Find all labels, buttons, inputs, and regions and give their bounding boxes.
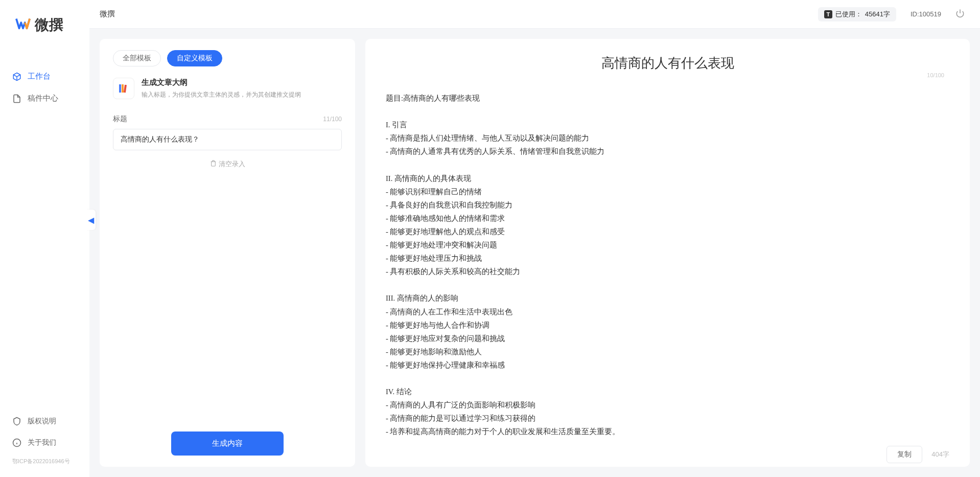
cube-icon [12, 72, 22, 81]
chevron-left-icon: ◀ [88, 215, 94, 225]
nav-label: 工作台 [28, 72, 51, 81]
brand-text: 微撰 [35, 15, 63, 35]
copy-button[interactable]: 复制 [886, 446, 922, 463]
nav-label: 关于我们 [28, 438, 56, 447]
result-body: 题目:高情商的人有哪些表现 I. 引言 - 高情商是指人们处理情绪、与他人互动以… [386, 92, 949, 438]
sidebar-bottom: 版权说明 关于我们 鄂ICP备2022016946号 [0, 411, 89, 469]
power-button[interactable] [955, 9, 965, 20]
user-id: ID:100519 [911, 10, 941, 18]
info-icon [12, 438, 22, 447]
usage-value: 45641字 [865, 10, 890, 19]
generate-button[interactable]: 生成内容 [171, 431, 284, 456]
sidebar: 微撰 工作台 稿件中心 版权说明 [0, 0, 89, 477]
nav-label: 稿件中心 [28, 94, 58, 103]
nav-label: 版权说明 [28, 417, 56, 426]
tab-custom-templates[interactable]: 自定义模板 [167, 50, 222, 66]
shield-icon [12, 417, 22, 426]
topbar: 微撰 T 已使用： 45641字 ID:100519 [89, 0, 980, 29]
svg-rect-5 [122, 84, 124, 93]
input-char-count: 11/100 [323, 116, 342, 123]
svg-rect-6 [124, 85, 127, 93]
title-input[interactable] [113, 129, 342, 150]
icp-text: 鄂ICP备2022016946号 [0, 453, 89, 469]
input-panel: 全部模板 自定义模板 生成文章大纲 输入标题，为你提供文章主体的灵感，并为其创建… [100, 39, 355, 467]
template-title: 生成文章大纲 [142, 78, 301, 87]
nav-workbench[interactable]: 工作台 [0, 65, 89, 87]
template-card: 生成文章大纲 输入标题，为你提供文章主体的灵感，并为其创建推文提纲 [113, 78, 342, 99]
clear-input-button[interactable]: 清空录入 [113, 160, 342, 169]
nav-about[interactable]: 关于我们 [0, 432, 89, 453]
nav-list: 工作台 稿件中心 [0, 65, 89, 411]
svg-rect-4 [119, 84, 121, 93]
tab-row: 全部模板 自定义模板 [113, 50, 342, 66]
collapse-handle[interactable]: ◀ [86, 210, 96, 230]
topbar-title: 微撰 [100, 9, 115, 19]
trash-icon [210, 160, 217, 168]
result-title: 高情商的人有什么表现 [386, 54, 949, 72]
title-char-count: 10/100 [927, 72, 944, 78]
document-icon [12, 94, 22, 103]
clear-label: 清空录入 [219, 160, 245, 169]
logo: 微撰 [0, 15, 89, 35]
text-icon: T [824, 10, 832, 18]
usage-prefix: 已使用： [835, 10, 862, 19]
result-footer: 复制 404字 [386, 438, 949, 463]
nav-copyright[interactable]: 版权说明 [0, 411, 89, 432]
nav-drafts[interactable]: 稿件中心 [0, 87, 89, 109]
field-label: 标题 [113, 115, 127, 124]
books-icon [113, 78, 134, 99]
word-count: 404字 [931, 450, 949, 459]
usage-badge[interactable]: T 已使用： 45641字 [818, 7, 896, 21]
result-panel: 高情商的人有什么表现 10/100 题目:高情商的人有哪些表现 I. 引言 - … [365, 39, 970, 467]
tab-all-templates[interactable]: 全部模板 [113, 50, 161, 66]
template-desc: 输入标题，为你提供文章主体的灵感，并为其创建推文提纲 [142, 90, 301, 99]
logo-icon [15, 16, 31, 35]
